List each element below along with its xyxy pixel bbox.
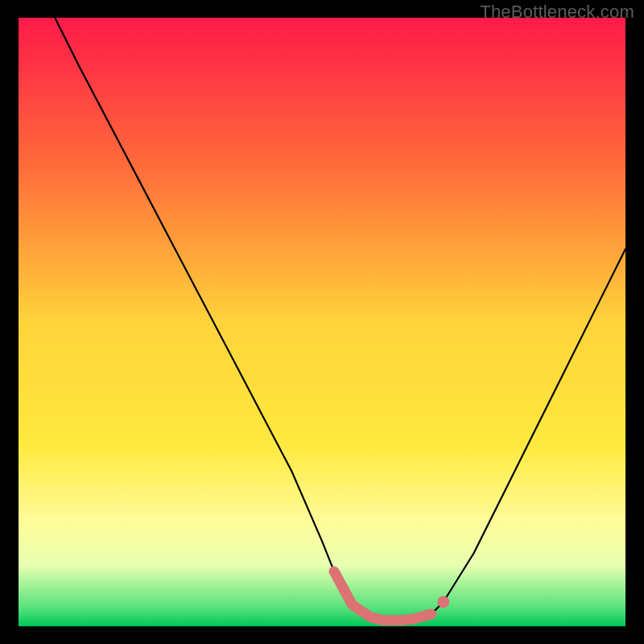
highlight-dot [437, 596, 449, 608]
gradient-background [19, 18, 625, 626]
chart-frame: TheBottleneck.com [0, 0, 644, 644]
chart-svg [19, 18, 625, 626]
watermark-text: TheBottleneck.com [480, 2, 634, 23]
plot-area [19, 18, 625, 626]
